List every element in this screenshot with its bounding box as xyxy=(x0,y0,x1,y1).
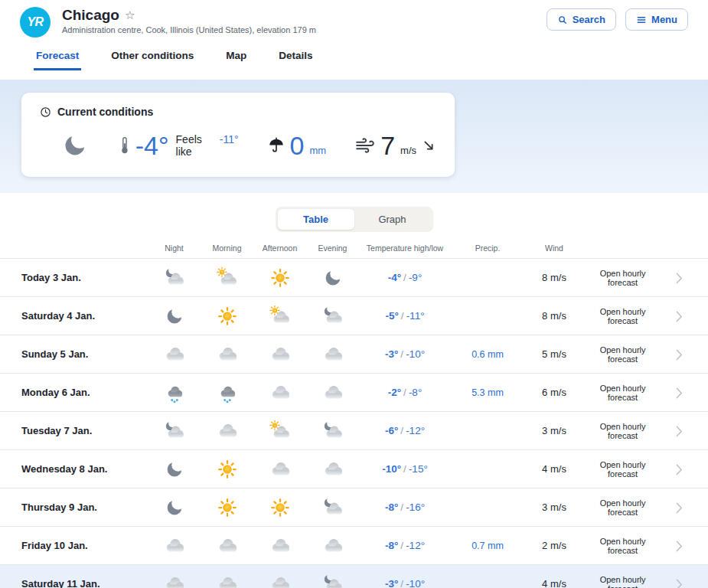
temp-low: -10° xyxy=(406,578,425,588)
open-hourly-forecast-link[interactable]: Open hourly forecast xyxy=(584,269,687,287)
open-hourly-forecast-link[interactable]: Open hourly forecast xyxy=(584,460,687,479)
chevron-right-icon xyxy=(671,462,687,477)
cloudy-icon xyxy=(253,573,306,588)
day-label: Monday 6 Jan. xyxy=(21,387,148,398)
clear-night-icon xyxy=(306,266,359,289)
wind-value: 8 m/s xyxy=(524,310,584,322)
day-label: Saturday 11 Jan. xyxy=(21,578,148,588)
cloudy-icon xyxy=(306,381,359,404)
column-header-night: Night xyxy=(148,243,201,253)
favorite-star-icon[interactable]: ☆ xyxy=(125,8,135,22)
tab-map[interactable]: Map xyxy=(223,50,249,70)
temp-high: -3° xyxy=(385,578,398,588)
snow-icon xyxy=(148,381,201,404)
table-row[interactable]: Friday 10 Jan. -8°/-12° 0.7 mm 2 m/s Ope… xyxy=(0,527,708,565)
table-row[interactable]: Today 3 Jan. -4°/-9° 8 m/s Open hourly f… xyxy=(0,259,708,297)
open-hourly-forecast-label: Open hourly forecast xyxy=(584,537,661,555)
chevron-right-icon xyxy=(671,538,687,554)
open-hourly-forecast-label: Open hourly forecast xyxy=(584,345,661,364)
cloudy-icon xyxy=(253,381,306,404)
temp-low: -16° xyxy=(406,501,425,513)
table-row[interactable]: Sunday 5 Jan. -3°/-10° 0.6 mm 5 m/s Open… xyxy=(0,335,708,374)
cloudy-icon xyxy=(201,420,253,443)
day-label: Friday 10 Jan. xyxy=(21,540,148,551)
table-row[interactable]: Saturday 4 Jan. -5°/-11° 8 m/s Open hour… xyxy=(0,297,708,335)
wind-value: 5 m/s xyxy=(524,348,584,360)
partly-cloudy-day-icon xyxy=(253,420,306,443)
wind-value: 4 m/s xyxy=(524,463,584,475)
search-icon xyxy=(557,15,568,25)
clear-night-icon xyxy=(60,129,90,162)
temperature-metric: -4° Feels like -11° xyxy=(119,131,239,161)
temperature-high-low: -6°/-12° xyxy=(359,425,451,436)
wind-value: 3 m/s xyxy=(524,501,584,513)
open-hourly-forecast-link[interactable]: Open hourly forecast xyxy=(584,498,687,517)
table-row[interactable]: Wednesday 8 Jan. -10°/-15° 4 m/s Open ho… xyxy=(0,450,708,488)
cloudy-icon xyxy=(306,534,359,557)
precipitation-metric: 0 mm xyxy=(268,131,327,161)
thermometer-icon xyxy=(119,136,130,155)
temp-low: -11° xyxy=(406,310,425,322)
temp-separator: / xyxy=(400,578,403,588)
tab-details[interactable]: Details xyxy=(276,50,315,70)
cloudy-icon xyxy=(201,573,253,588)
temp-high: -6° xyxy=(385,425,398,436)
partly-cloudy-night-icon xyxy=(306,573,359,588)
wind-value: 3 m/s xyxy=(524,425,584,436)
precipitation-unit: mm xyxy=(309,145,326,161)
temp-separator: / xyxy=(400,540,403,551)
open-hourly-forecast-link[interactable]: Open hourly forecast xyxy=(584,384,687,402)
day-label: Thursday 9 Jan. xyxy=(21,501,148,513)
chevron-right-icon xyxy=(671,270,687,286)
toggle-graph-button[interactable]: Graph xyxy=(354,209,431,230)
open-hourly-forecast-link[interactable]: Open hourly forecast xyxy=(584,307,687,325)
menu-icon xyxy=(636,15,647,25)
open-hourly-forecast-link[interactable]: Open hourly forecast xyxy=(584,537,687,555)
chevron-right-icon xyxy=(671,577,687,588)
view-toggle: Table Graph xyxy=(276,207,433,232)
cloudy-icon xyxy=(201,343,253,366)
wind-value: 6 m/s xyxy=(524,387,584,398)
clear-night-icon xyxy=(148,305,201,328)
temperature-high-low: -5°/-11° xyxy=(359,310,451,322)
open-hourly-forecast-link[interactable]: Open hourly forecast xyxy=(584,422,687,440)
open-hourly-forecast-label: Open hourly forecast xyxy=(584,460,661,479)
search-button-label: Search xyxy=(573,14,605,25)
current-conditions-band: Current conditions -4° Feels like -11° xyxy=(0,80,708,193)
tab-forecast[interactable]: Forecast xyxy=(34,50,81,70)
temperature-high-low: -8°/-16° xyxy=(359,501,451,513)
day-label: Sunday 5 Jan. xyxy=(21,348,148,360)
wind-direction-icon xyxy=(422,139,436,153)
cloudy-icon xyxy=(201,534,253,557)
tab-other-conditions[interactable]: Other conditions xyxy=(109,50,196,70)
menu-button-label: Menu xyxy=(651,14,677,25)
open-hourly-forecast-link[interactable]: Open hourly forecast xyxy=(584,575,687,588)
menu-button[interactable]: Menu xyxy=(625,8,688,31)
table-row[interactable]: Saturday 11 Jan. -3°/-10° 4 m/s Open hou… xyxy=(0,565,708,588)
temperature-high-low: -4°/-9° xyxy=(359,272,451,283)
cloudy-icon xyxy=(148,343,201,366)
cloudy-icon xyxy=(306,458,359,481)
temp-separator: / xyxy=(400,348,403,360)
open-hourly-forecast-link[interactable]: Open hourly forecast xyxy=(584,345,687,364)
toggle-table-button[interactable]: Table xyxy=(278,209,354,230)
table-row[interactable]: Tuesday 7 Jan. -6°/-12° 3 m/s Open hourl… xyxy=(0,412,708,450)
day-label: Today 3 Jan. xyxy=(21,272,148,283)
search-button[interactable]: Search xyxy=(546,8,616,31)
cloudy-icon xyxy=(253,534,306,557)
temperature-high-low: -8°/-12° xyxy=(359,540,451,551)
day-label: Wednesday 8 Jan. xyxy=(21,463,148,475)
partly-cloudy-night-icon xyxy=(306,420,359,443)
partly-cloudy-night-icon xyxy=(306,305,359,328)
table-row[interactable]: Monday 6 Jan. -2°/-8° 5.3 mm 6 m/s Open … xyxy=(0,374,708,412)
clear-day-icon xyxy=(201,305,253,328)
cloudy-icon xyxy=(148,573,201,588)
yr-logo[interactable]: YR xyxy=(20,7,51,38)
chevron-right-icon xyxy=(671,347,687,362)
precip-value: 0.7 mm xyxy=(451,541,524,551)
current-wind-speed: 7 xyxy=(380,131,395,161)
table-row[interactable]: Thursday 9 Jan. -8°/-16° 3 m/s Open hour… xyxy=(0,488,708,527)
temperature-high-low: -3°/-10° xyxy=(359,348,451,360)
temp-high: -2° xyxy=(388,387,401,398)
page-title: Chicago xyxy=(62,7,119,24)
